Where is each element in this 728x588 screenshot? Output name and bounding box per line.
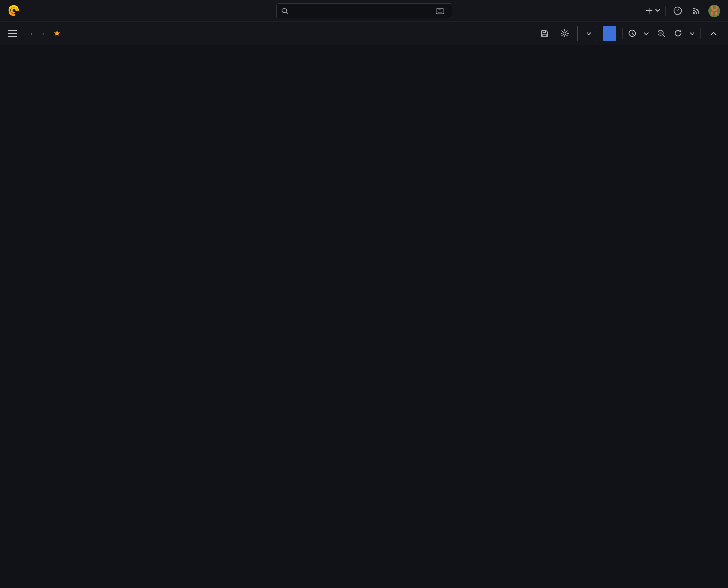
y-axis-left: [371, 480, 408, 562]
panel-title[interactable]: [13, 282, 355, 292]
search-icon: [281, 8, 289, 15]
panel-user-ram: [371, 238, 712, 383]
divider: [700, 28, 701, 39]
breadcrumb-separator: ›: [42, 30, 44, 37]
breadcrumb: › › ★: [26, 28, 61, 38]
ram-chart[interactable]: [371, 130, 712, 210]
panel-user-cpu: [13, 282, 355, 398]
clock-icon: [628, 29, 636, 37]
panel-disk-io: [371, 459, 712, 577]
y-axis-left: [13, 127, 41, 206]
add-button[interactable]: [577, 26, 597, 41]
search-shortcut: [436, 8, 447, 14]
dashboard-grid: [0, 45, 728, 588]
user-cpu-chart[interactable]: [13, 301, 355, 395]
favorite-star-icon[interactable]: ★: [53, 28, 61, 38]
panel-ram: [371, 105, 712, 214]
chevron-down-icon: [587, 32, 591, 35]
keyboard-icon: [436, 8, 444, 14]
search-input[interactable]: [276, 3, 452, 18]
network-io-chart[interactable]: [13, 480, 355, 573]
panel-title[interactable]: [371, 105, 712, 115]
panel-title[interactable]: [371, 238, 712, 248]
divider: [622, 28, 623, 39]
y-axis-left: [371, 130, 398, 199]
x-axis: [408, 562, 712, 573]
x-axis: [398, 368, 712, 380]
refresh-icon: [674, 29, 682, 37]
panel-title[interactable]: [13, 459, 355, 470]
dashboard-settings-gear-icon[interactable]: [557, 26, 571, 41]
time-range-picker[interactable]: [628, 29, 649, 37]
share-button[interactable]: [603, 26, 616, 41]
chevron-down-icon: [655, 9, 660, 12]
panel-network-io: [13, 459, 355, 577]
panel-title[interactable]: [13, 105, 355, 115]
zoom-out-icon[interactable]: [654, 26, 668, 41]
user-ram-chart[interactable]: [371, 260, 712, 380]
chevron-down-icon: [644, 32, 649, 35]
svg-text:?: ?: [676, 8, 679, 13]
refresh-picker[interactable]: [674, 29, 694, 37]
new-button[interactable]: [646, 7, 660, 14]
y-axis-left: [13, 301, 41, 383]
y-axis-left: [371, 260, 398, 368]
panel-title[interactable]: [371, 459, 712, 470]
x-axis: [398, 199, 712, 210]
kiosk-chevron-up-icon[interactable]: [706, 26, 720, 41]
x-axis: [41, 206, 326, 217]
divider: [665, 6, 666, 16]
chevron-down-icon: [690, 32, 694, 35]
dashboard-toolbar: › › ★: [0, 22, 728, 45]
panel-cpu: [13, 105, 355, 221]
y-axis-right: [321, 480, 355, 562]
breadcrumb-separator: ›: [30, 30, 32, 37]
x-axis: [48, 562, 321, 573]
x-axis: [41, 383, 355, 395]
disk-io-chart[interactable]: [371, 480, 712, 573]
save-dashboard-icon[interactable]: [537, 26, 552, 41]
top-bar: ?: [0, 0, 728, 22]
y-axis-left: [13, 480, 48, 562]
menu-toggle-icon[interactable]: [8, 30, 17, 37]
y-axis-right: [326, 127, 355, 206]
news-rss-icon[interactable]: [689, 4, 703, 18]
user-avatar[interactable]: [708, 5, 720, 17]
cpu-chart[interactable]: [13, 127, 355, 217]
grafana-logo[interactable]: [8, 4, 20, 17]
help-icon[interactable]: ?: [670, 4, 684, 18]
